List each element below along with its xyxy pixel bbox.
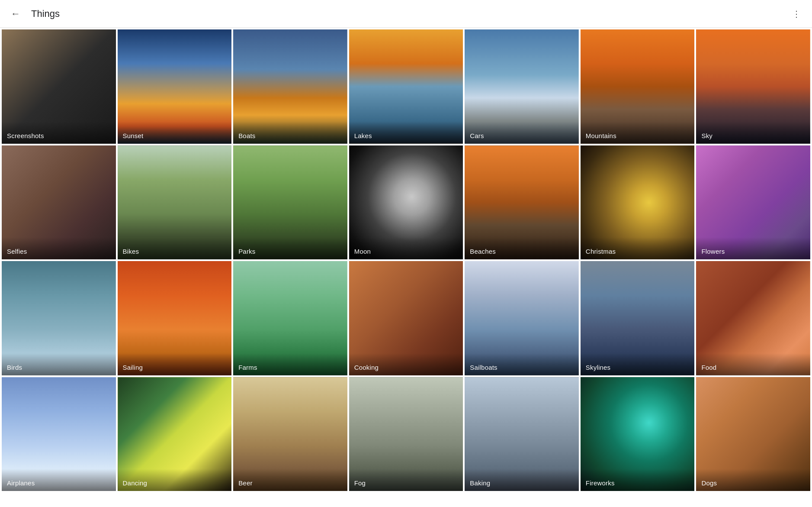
tile-label-beer: Beer — [233, 469, 347, 491]
tile-label-boats: Boats — [233, 122, 347, 144]
tile-mountains[interactable]: Mountains — [581, 29, 695, 144]
tile-sailing[interactable]: Sailing — [118, 261, 232, 375]
tile-fireworks[interactable]: Fireworks — [581, 377, 695, 491]
tile-birds[interactable]: Birds — [2, 261, 116, 375]
tile-label-beaches: Beaches — [465, 237, 579, 259]
tile-label-sailing: Sailing — [118, 353, 232, 375]
tile-label-parks: Parks — [233, 237, 347, 259]
tile-dogs[interactable]: Dogs — [696, 377, 810, 491]
back-icon: ← — [11, 8, 20, 19]
tile-moon[interactable]: Moon — [349, 145, 463, 260]
tile-label-fog: Fog — [349, 469, 463, 491]
tile-airplanes[interactable]: Airplanes — [2, 377, 116, 491]
tile-label-sunset: Sunset — [118, 122, 232, 144]
tile-label-mountains: Mountains — [581, 122, 695, 144]
tile-christmas[interactable]: Christmas — [581, 145, 695, 260]
tile-label-skylines: Skylines — [581, 353, 695, 375]
tile-lakes[interactable]: Lakes — [349, 29, 463, 144]
tile-cooking[interactable]: Cooking — [349, 261, 463, 375]
tile-skylines[interactable]: Skylines — [581, 261, 695, 375]
tile-sailboats[interactable]: Sailboats — [465, 261, 579, 375]
tile-bikes[interactable]: Bikes — [118, 145, 232, 260]
tile-label-sky: Sky — [696, 122, 810, 144]
tile-label-dogs: Dogs — [696, 469, 810, 491]
tile-sky[interactable]: Sky — [696, 29, 810, 144]
tile-label-cooking: Cooking — [349, 353, 463, 375]
tile-farms[interactable]: Farms — [233, 261, 347, 375]
more-icon: ⋮ — [792, 9, 801, 19]
tile-baking[interactable]: Baking — [465, 377, 579, 491]
tile-flowers[interactable]: Flowers — [696, 145, 810, 260]
tile-label-christmas: Christmas — [581, 237, 695, 259]
tile-label-cars: Cars — [465, 122, 579, 144]
app-header: ← Things ⋮ — [0, 0, 812, 28]
tile-selfies[interactable]: Selfies — [2, 145, 116, 260]
photo-grid: ScreenshotsSunsetBoatsLakesCarsMountains… — [0, 28, 812, 493]
tile-label-lakes: Lakes — [349, 122, 463, 144]
header-left: ← Things — [7, 5, 60, 23]
tile-label-selfies: Selfies — [2, 237, 116, 259]
tile-label-food: Food — [696, 353, 810, 375]
tile-dancing[interactable]: Dancing — [118, 377, 232, 491]
tile-boats[interactable]: Boats — [233, 29, 347, 144]
tile-parks[interactable]: Parks — [233, 145, 347, 260]
tile-label-farms: Farms — [233, 353, 347, 375]
tile-sunset[interactable]: Sunset — [118, 29, 232, 144]
tile-label-birds: Birds — [2, 353, 116, 375]
more-options-button[interactable]: ⋮ — [788, 5, 805, 23]
tile-label-dancing: Dancing — [118, 469, 232, 491]
tile-cars[interactable]: Cars — [465, 29, 579, 144]
tile-label-baking: Baking — [465, 469, 579, 491]
tile-food[interactable]: Food — [696, 261, 810, 375]
tile-screenshots[interactable]: Screenshots — [2, 29, 116, 144]
tile-label-flowers: Flowers — [696, 237, 810, 259]
back-button[interactable]: ← — [7, 5, 24, 23]
tile-beaches[interactable]: Beaches — [465, 145, 579, 260]
page-title: Things — [31, 8, 60, 19]
tile-label-airplanes: Airplanes — [2, 469, 116, 491]
tile-label-screenshots: Screenshots — [2, 122, 116, 144]
tile-beer[interactable]: Beer — [233, 377, 347, 491]
tile-label-sailboats: Sailboats — [465, 353, 579, 375]
tile-label-bikes: Bikes — [118, 237, 232, 259]
tile-label-fireworks: Fireworks — [581, 469, 695, 491]
tile-label-moon: Moon — [349, 237, 463, 259]
tile-fog[interactable]: Fog — [349, 377, 463, 491]
